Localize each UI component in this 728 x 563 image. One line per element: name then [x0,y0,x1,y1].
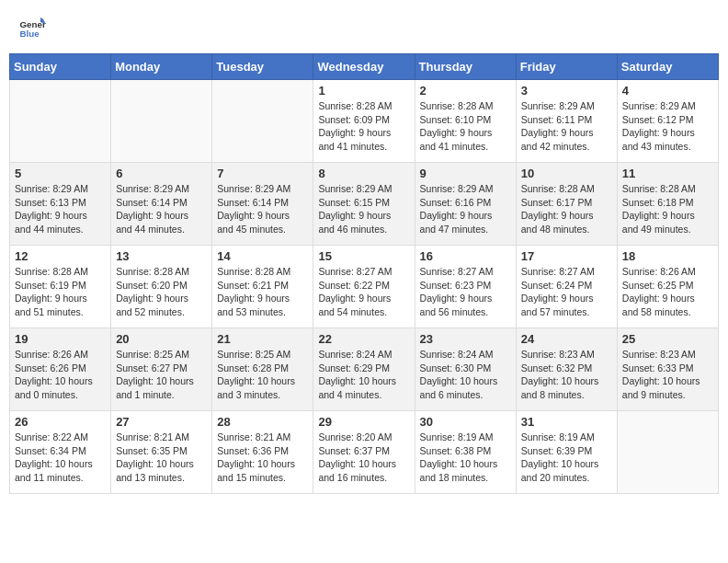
day-info: Sunrise: 8:29 AM Sunset: 6:11 PM Dayligh… [521,99,612,154]
header: General Blue [9,9,719,46]
svg-text:Blue: Blue [20,29,40,39]
day-info: Sunrise: 8:21 AM Sunset: 6:35 PM Dayligh… [116,431,207,485]
day-info: Sunrise: 8:22 AM Sunset: 6:34 PM Dayligh… [15,431,106,485]
day-number: 27 [116,415,207,429]
calendar-day-cell: 19Sunrise: 8:26 AM Sunset: 6:26 PM Dayli… [10,328,111,411]
day-number: 5 [15,167,106,180]
calendar-day-cell: 21Sunrise: 8:25 AM Sunset: 6:28 PM Dayli… [212,328,313,411]
weekday-header-wednesday: Wednesday [313,54,415,80]
calendar-day-cell: 18Sunrise: 8:26 AM Sunset: 6:25 PM Dayli… [617,246,718,328]
day-number: 18 [622,249,713,263]
calendar-day-cell: 10Sunrise: 8:28 AM Sunset: 6:17 PM Dayli… [516,163,617,246]
calendar-day-cell: 4Sunrise: 8:29 AM Sunset: 6:12 PM Daylig… [617,80,718,163]
day-info: Sunrise: 8:29 AM Sunset: 6:16 PM Dayligh… [420,182,511,236]
day-number: 7 [217,167,308,180]
calendar-day-cell: 24Sunrise: 8:23 AM Sunset: 6:32 PM Dayli… [516,328,617,411]
calendar-day-cell: 23Sunrise: 8:24 AM Sunset: 6:30 PM Dayli… [415,328,516,411]
day-number: 6 [116,167,207,180]
calendar-day-cell: 7Sunrise: 8:29 AM Sunset: 6:14 PM Daylig… [212,163,313,246]
day-info: Sunrise: 8:23 AM Sunset: 6:33 PM Dayligh… [622,348,713,402]
weekday-header-thursday: Thursday [415,54,516,80]
calendar-day-cell: 12Sunrise: 8:28 AM Sunset: 6:19 PM Dayli… [10,246,111,328]
calendar-day-cell [617,411,718,494]
day-info: Sunrise: 8:24 AM Sunset: 6:29 PM Dayligh… [318,348,409,402]
calendar-day-cell [10,80,111,163]
weekday-header-friday: Friday [516,54,617,80]
day-number: 11 [622,167,713,180]
day-info: Sunrise: 8:26 AM Sunset: 6:26 PM Dayligh… [15,348,106,402]
day-info: Sunrise: 8:29 AM Sunset: 6:14 PM Dayligh… [116,182,207,236]
day-info: Sunrise: 8:29 AM Sunset: 6:14 PM Dayligh… [217,182,308,236]
calendar-week-row: 1Sunrise: 8:28 AM Sunset: 6:09 PM Daylig… [10,80,719,163]
day-info: Sunrise: 8:23 AM Sunset: 6:32 PM Dayligh… [521,348,612,402]
weekday-header-row: SundayMondayTuesdayWednesdayThursdayFrid… [10,54,719,80]
day-info: Sunrise: 8:24 AM Sunset: 6:30 PM Dayligh… [420,348,511,402]
day-info: Sunrise: 8:28 AM Sunset: 6:19 PM Dayligh… [15,265,106,319]
day-number: 31 [521,415,612,429]
weekday-header-tuesday: Tuesday [212,54,313,80]
day-info: Sunrise: 8:27 AM Sunset: 6:23 PM Dayligh… [420,265,511,319]
calendar-day-cell: 13Sunrise: 8:28 AM Sunset: 6:20 PM Dayli… [111,246,212,328]
weekday-header-monday: Monday [111,54,212,80]
calendar-day-cell: 30Sunrise: 8:19 AM Sunset: 6:38 PM Dayli… [415,411,516,494]
calendar-week-row: 5Sunrise: 8:29 AM Sunset: 6:13 PM Daylig… [10,163,719,246]
day-info: Sunrise: 8:28 AM Sunset: 6:09 PM Dayligh… [318,99,409,154]
calendar-day-cell: 11Sunrise: 8:28 AM Sunset: 6:18 PM Dayli… [617,163,718,246]
day-info: Sunrise: 8:20 AM Sunset: 6:37 PM Dayligh… [318,431,409,485]
day-info: Sunrise: 8:27 AM Sunset: 6:22 PM Dayligh… [318,265,409,319]
day-info: Sunrise: 8:25 AM Sunset: 6:27 PM Dayligh… [116,348,207,402]
day-number: 24 [521,332,612,346]
weekday-header-saturday: Saturday [617,54,718,80]
day-number: 16 [420,249,511,263]
day-number: 30 [420,415,511,429]
day-info: Sunrise: 8:28 AM Sunset: 6:17 PM Dayligh… [521,182,612,236]
calendar-day-cell [212,80,313,163]
day-number: 9 [420,167,511,180]
day-number: 22 [318,332,409,346]
day-number: 4 [622,84,713,98]
calendar-day-cell: 14Sunrise: 8:28 AM Sunset: 6:21 PM Dayli… [212,246,313,328]
day-number: 14 [217,249,308,263]
day-number: 3 [521,84,612,98]
calendar-week-row: 12Sunrise: 8:28 AM Sunset: 6:19 PM Dayli… [10,246,719,328]
day-info: Sunrise: 8:27 AM Sunset: 6:24 PM Dayligh… [521,265,612,319]
day-number: 2 [420,84,511,98]
calendar-table: SundayMondayTuesdayWednesdayThursdayFrid… [9,53,719,494]
day-number: 17 [521,249,612,263]
logo: General Blue [18,14,50,41]
day-number: 8 [318,167,409,180]
calendar-day-cell: 8Sunrise: 8:29 AM Sunset: 6:15 PM Daylig… [313,163,415,246]
day-number: 1 [318,84,409,98]
calendar-day-cell: 22Sunrise: 8:24 AM Sunset: 6:29 PM Dayli… [313,328,415,411]
day-info: Sunrise: 8:28 AM Sunset: 6:18 PM Dayligh… [622,182,713,236]
calendar-day-cell: 17Sunrise: 8:27 AM Sunset: 6:24 PM Dayli… [516,246,617,328]
day-info: Sunrise: 8:26 AM Sunset: 6:25 PM Dayligh… [622,265,713,319]
calendar-day-cell: 29Sunrise: 8:20 AM Sunset: 6:37 PM Dayli… [313,411,415,494]
day-number: 20 [116,332,207,346]
calendar-day-cell: 9Sunrise: 8:29 AM Sunset: 6:16 PM Daylig… [415,163,516,246]
calendar-day-cell: 27Sunrise: 8:21 AM Sunset: 6:35 PM Dayli… [111,411,212,494]
day-info: Sunrise: 8:28 AM Sunset: 6:21 PM Dayligh… [217,265,308,319]
calendar-week-row: 26Sunrise: 8:22 AM Sunset: 6:34 PM Dayli… [10,411,719,494]
weekday-header-sunday: Sunday [10,54,111,80]
day-info: Sunrise: 8:19 AM Sunset: 6:38 PM Dayligh… [420,431,511,485]
day-number: 13 [116,249,207,263]
calendar-week-row: 19Sunrise: 8:26 AM Sunset: 6:26 PM Dayli… [10,328,719,411]
calendar-day-cell: 1Sunrise: 8:28 AM Sunset: 6:09 PM Daylig… [313,80,415,163]
calendar-day-cell: 25Sunrise: 8:23 AM Sunset: 6:33 PM Dayli… [617,328,718,411]
day-number: 26 [15,415,106,429]
day-info: Sunrise: 8:29 AM Sunset: 6:13 PM Dayligh… [15,182,106,236]
day-info: Sunrise: 8:25 AM Sunset: 6:28 PM Dayligh… [217,348,308,402]
day-number: 21 [217,332,308,346]
calendar-day-cell: 20Sunrise: 8:25 AM Sunset: 6:27 PM Dayli… [111,328,212,411]
day-number: 12 [15,249,106,263]
day-info: Sunrise: 8:21 AM Sunset: 6:36 PM Dayligh… [217,431,308,485]
calendar-day-cell: 5Sunrise: 8:29 AM Sunset: 6:13 PM Daylig… [10,163,111,246]
calendar-day-cell: 15Sunrise: 8:27 AM Sunset: 6:22 PM Dayli… [313,246,415,328]
day-info: Sunrise: 8:28 AM Sunset: 6:20 PM Dayligh… [116,265,207,319]
day-number: 29 [318,415,409,429]
calendar-day-cell [111,80,212,163]
day-number: 15 [318,249,409,263]
calendar-day-cell: 26Sunrise: 8:22 AM Sunset: 6:34 PM Dayli… [10,411,111,494]
calendar-day-cell: 16Sunrise: 8:27 AM Sunset: 6:23 PM Dayli… [415,246,516,328]
